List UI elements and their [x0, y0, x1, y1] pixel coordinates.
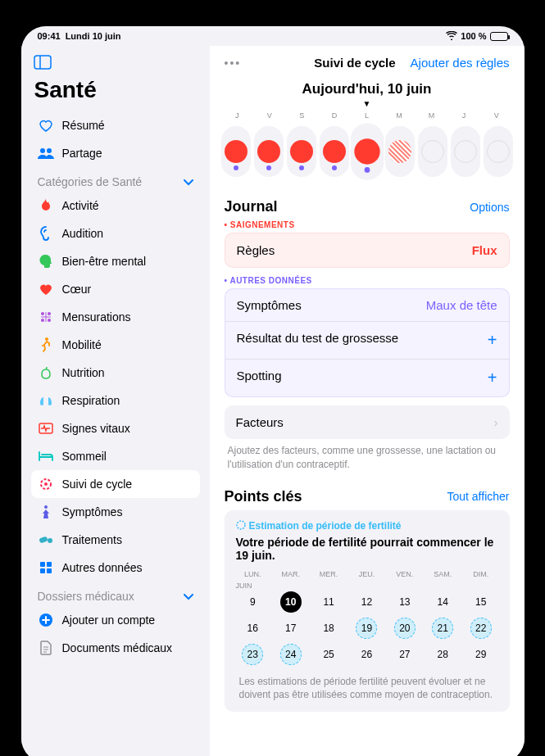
- more-icon[interactable]: •••: [225, 57, 242, 70]
- show-all-button[interactable]: Tout afficher: [447, 490, 509, 503]
- svg-point-6: [48, 312, 51, 315]
- sidebar-item-activité[interactable]: Activité: [31, 192, 200, 220]
- journal-row[interactable]: Spotting+: [225, 360, 509, 396]
- calendar-day[interactable]: 13: [388, 591, 422, 613]
- svg-point-5: [48, 319, 51, 322]
- calendar-day[interactable]: 23: [236, 644, 270, 665]
- calendar-day[interactable]: 14: [425, 591, 460, 613]
- calendar-day[interactable]: 24: [274, 644, 308, 665]
- cycle-day[interactable]: [350, 123, 383, 179]
- cycle-day[interactable]: [287, 126, 316, 177]
- sidebar-item-label: Mensurations: [62, 310, 131, 324]
- svg-point-12: [44, 505, 48, 509]
- sidebar-item-cœur[interactable]: Cœur: [31, 275, 200, 303]
- svg-point-2: [40, 148, 45, 153]
- calendar-day[interactable]: 12: [350, 591, 384, 613]
- sidebar-toggle-icon[interactable]: [31, 52, 54, 72]
- chevron-down-icon: [184, 175, 193, 188]
- calendar-day[interactable]: 18: [311, 618, 346, 639]
- doc-icon: [38, 640, 54, 656]
- calendar-day[interactable]: 11: [311, 591, 346, 613]
- calendar-day[interactable]: 19: [350, 618, 384, 639]
- factors-row[interactable]: Facteurs ›: [225, 405, 510, 439]
- sidebar-item-audition[interactable]: Audition: [31, 220, 200, 247]
- sidebar-item-sommeil[interactable]: Sommeil: [31, 442, 200, 470]
- sidebar-item-mobilité[interactable]: Mobilité: [31, 331, 200, 359]
- sidebar-item-label: Mobilité: [62, 338, 102, 351]
- symptom-dot: [234, 165, 238, 170]
- pills-icon: [38, 532, 54, 548]
- sidebar-item-résumé[interactable]: Résumé: [31, 111, 200, 139]
- ear-icon: [38, 225, 54, 242]
- cycle-day[interactable]: [254, 126, 284, 177]
- sidebar-item-nutrition[interactable]: Nutrition: [31, 359, 200, 387]
- flame-icon: [38, 197, 54, 214]
- period-indicator: [487, 140, 510, 163]
- sidebar-item-autres-données[interactable]: Autres données: [31, 554, 200, 582]
- chevron-right-icon: ›: [494, 415, 498, 429]
- cycle-day[interactable]: [385, 126, 415, 177]
- day-labels: JVSDLMMJV: [210, 111, 525, 120]
- calendar-hint: Les estimations de période fertilité peu…: [236, 670, 498, 703]
- calendar-day[interactable]: 16: [236, 618, 270, 639]
- bleeding-label: SAIGNEMENTS: [225, 220, 510, 229]
- journal-row[interactable]: SymptômesMaux de tête: [225, 289, 509, 322]
- calendar-day[interactable]: 28: [425, 644, 460, 665]
- sidebar-item-label: Respiration: [62, 394, 120, 407]
- svg-point-11: [44, 482, 48, 486]
- period-indicator: [421, 140, 444, 163]
- period-indicator: [354, 138, 379, 164]
- fertility-icon: [236, 520, 246, 532]
- sidebar-item-signes-vitaux[interactable]: Signes vitaux: [31, 414, 200, 442]
- sidebar-item-label: Audition: [62, 227, 104, 240]
- svg-point-8: [45, 337, 48, 341]
- calendar-day[interactable]: 25: [311, 644, 346, 665]
- calendar-day[interactable]: 27: [388, 644, 422, 665]
- sidebar-item-bien-être-mental[interactable]: Bien-être mental: [31, 247, 200, 275]
- categories-header[interactable]: Catégories de Santé: [31, 167, 200, 192]
- calendar-day[interactable]: 20: [388, 618, 422, 639]
- cycle-day[interactable]: [320, 126, 349, 177]
- calendar-day[interactable]: 17: [274, 618, 308, 639]
- fertility-card[interactable]: Estimation de période de fertilité Votre…: [225, 510, 510, 713]
- sidebar-item-ajouter-un-compte[interactable]: Ajouter un compte: [31, 606, 200, 634]
- sidebar-item-traitements[interactable]: Traitements: [31, 526, 200, 554]
- other-data-label: AUTRES DONNÉES: [225, 276, 510, 285]
- sidebar-item-label: Partage: [62, 147, 102, 160]
- status-time: 09:41: [38, 31, 61, 41]
- records-header[interactable]: Dossiers médicaux: [31, 582, 200, 606]
- factors-hint: Ajoutez des facteurs, comme une grossess…: [225, 439, 510, 472]
- people-icon: [38, 145, 54, 161]
- sidebar-item-suivi-de-cycle[interactable]: Suivi de cycle: [31, 470, 200, 498]
- calendar-day[interactable]: 15: [464, 591, 498, 613]
- cycle-strip[interactable]: [210, 120, 525, 190]
- sidebar-item-partage[interactable]: Partage: [31, 139, 200, 167]
- app-title: Santé: [34, 77, 200, 103]
- heart-icon: [38, 281, 54, 297]
- sidebar-item-label: Résumé: [62, 119, 105, 132]
- calendar-day[interactable]: 10: [274, 591, 308, 613]
- cycle-day[interactable]: [418, 126, 447, 177]
- calendar-day[interactable]: 22: [464, 618, 498, 639]
- calendar-day[interactable]: 26: [350, 644, 384, 665]
- calendar-day[interactable]: 21: [425, 618, 460, 639]
- add-period-button[interactable]: Ajouter des règles: [411, 56, 510, 70]
- calendar-day[interactable]: 9: [236, 591, 270, 613]
- cycle-day[interactable]: [451, 126, 480, 177]
- sidebar-item-symptômes[interactable]: Symptômes: [31, 498, 200, 526]
- cycle-day[interactable]: [484, 126, 513, 177]
- calendar-day[interactable]: 29: [464, 644, 498, 665]
- svg-rect-17: [40, 568, 45, 573]
- vitals-icon: [38, 420, 54, 437]
- main-content: ••• Suivi de cycle Ajouter des règles Au…: [210, 46, 525, 756]
- journal-row[interactable]: Résultat du test de grossesse+: [225, 322, 509, 360]
- today-marker-icon: ▼: [210, 99, 525, 108]
- chevron-down-icon: [184, 590, 193, 603]
- cycle-day[interactable]: [221, 126, 251, 177]
- period-row[interactable]: Règles Flux: [225, 233, 510, 268]
- journal-options-button[interactable]: Options: [470, 201, 509, 214]
- sidebar-item-documents-médicaux[interactable]: Documents médicaux: [31, 634, 200, 662]
- sidebar-item-respiration[interactable]: Respiration: [31, 387, 200, 414]
- sidebar-item-mensurations[interactable]: Mensurations: [31, 303, 200, 331]
- sidebar-item-label: Signes vitaux: [62, 422, 130, 435]
